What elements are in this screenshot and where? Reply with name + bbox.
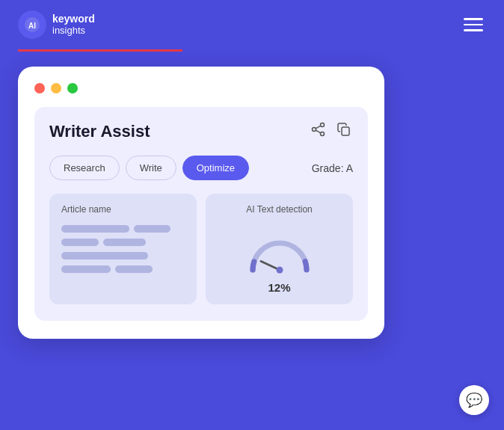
svg-point-9: [276, 267, 283, 274]
skeleton-row-3: [61, 252, 185, 259]
skeleton-bar: [103, 239, 147, 246]
article-name-panel: Article name: [49, 194, 197, 304]
svg-point-4: [313, 128, 316, 132]
panels-row: Article name: [49, 194, 353, 304]
svg-point-2: [321, 123, 325, 127]
menu-button[interactable]: [461, 15, 486, 34]
title-actions: [310, 120, 353, 142]
logo: AI keyword insights: [18, 10, 95, 39]
dot-red: [34, 83, 45, 93]
card-wrapper: Writer Assist: [18, 67, 384, 339]
dot-yellow: [51, 83, 61, 93]
logo-insights: insights: [52, 25, 95, 36]
copy-icon: [336, 122, 351, 137]
card-inner: Writer Assist: [34, 107, 368, 321]
hamburger-line-3: [464, 29, 483, 31]
skeleton-bar: [61, 239, 99, 246]
gauge-percent: 12%: [268, 281, 290, 294]
copy-button[interactable]: [335, 120, 353, 142]
article-name-label: Article name: [61, 204, 185, 215]
chat-icon: 💬: [466, 392, 482, 408]
header: AI keyword insights: [0, 0, 504, 49]
gauge-svg: [246, 233, 313, 274]
skeleton-lines: [61, 225, 185, 273]
hamburger-line-2: [464, 24, 483, 26]
dot-green: [67, 83, 78, 93]
tab-optimize[interactable]: Optimize: [182, 156, 249, 180]
traffic-lights: [34, 83, 368, 93]
tab-write[interactable]: Write: [126, 156, 176, 180]
skeleton-bar: [115, 265, 153, 273]
gauge-container: [246, 233, 313, 274]
svg-rect-7: [342, 127, 349, 135]
svg-line-6: [316, 130, 321, 133]
skeleton-row-1: [61, 225, 185, 233]
skeleton-row-2: [61, 239, 185, 246]
ai-detection-label: AI Text detection: [246, 204, 313, 215]
tab-research[interactable]: Research: [49, 156, 120, 180]
skeleton-bar: [61, 252, 148, 259]
logo-circle: AI: [18, 10, 46, 39]
chat-button[interactable]: 💬: [459, 385, 489, 415]
main-content: Writer Assist: [0, 52, 504, 354]
svg-line-5: [316, 126, 321, 129]
skeleton-bar: [61, 225, 129, 233]
tabs-row: Research Write Optimize Grade: A: [49, 156, 353, 180]
svg-point-3: [321, 132, 325, 136]
skeleton-bar: [134, 225, 171, 233]
svg-text:AI: AI: [28, 22, 36, 30]
card-title: Writer Assist: [49, 122, 150, 141]
share-button[interactable]: [310, 120, 328, 142]
share-icon: [311, 122, 326, 137]
skeleton-bar: [61, 265, 111, 273]
grade-label: Grade: A: [312, 162, 353, 174]
logo-text: keyword insights: [52, 13, 95, 36]
ai-detection-panel: AI Text detection 12%: [206, 194, 353, 304]
skeleton-row-4: [61, 265, 185, 273]
title-row: Writer Assist: [49, 120, 353, 142]
logo-keyword: keyword: [52, 13, 95, 25]
hamburger-line-1: [464, 18, 483, 20]
